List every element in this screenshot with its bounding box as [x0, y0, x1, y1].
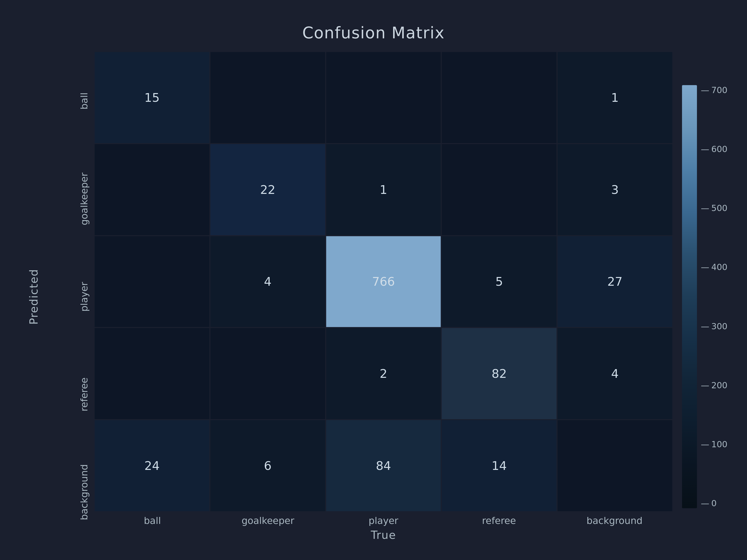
cell-1-2: 1 [326, 144, 441, 235]
y-tick-referee: referee [79, 352, 89, 437]
cell-1-0 [95, 144, 209, 235]
x-tick-goalkeeper: goalkeeper [210, 515, 326, 526]
colorbar-ticks: 700 600 500 400 300 200 100 0 [697, 85, 727, 508]
colorbar-tick-500: 500 [701, 203, 727, 213]
cell-1-4: 3 [558, 144, 672, 235]
colorbar-tick-700: 700 [701, 85, 727, 95]
cell-4-0: 24 [95, 420, 209, 511]
cell-2-0 [95, 236, 209, 327]
colorbar [682, 85, 697, 508]
cell-2-2: 766 [326, 236, 441, 327]
chart-container: Confusion Matrix Predicted ball goalkeep… [25, 19, 722, 541]
colorbar-tick-600: 600 [701, 144, 727, 154]
cell-2-4: 27 [558, 236, 672, 327]
y-tick-goalkeeper: goalkeeper [79, 157, 89, 241]
cell-2-1: 4 [210, 236, 325, 327]
cell-3-4: 4 [558, 328, 672, 419]
x-tick-referee: referee [441, 515, 557, 526]
x-tick-ball: ball [95, 515, 210, 526]
cell-3-3: 82 [442, 328, 557, 419]
cell-0-2 [326, 52, 441, 143]
chart-title: Confusion Matrix [302, 24, 445, 42]
y-tick-ball: ball [79, 59, 89, 143]
chart-body: Predicted ball goalkeeper player referee… [25, 52, 722, 541]
cell-1-3 [442, 144, 557, 235]
cell-3-2: 2 [326, 328, 441, 419]
cell-4-3: 14 [442, 420, 557, 511]
colorbar-wrapper: 700 600 500 400 300 200 100 0 [682, 85, 727, 508]
colorbar-tick-300: 300 [701, 321, 727, 331]
colorbar-tick-0: 0 [701, 498, 727, 508]
cell-2-3: 5 [442, 236, 557, 327]
cell-4-4 [558, 420, 672, 511]
cell-3-0 [95, 328, 209, 419]
colorbar-container: 700 600 500 400 300 200 100 0 [687, 52, 722, 541]
colorbar-tick-100: 100 [701, 439, 727, 449]
y-tick-player: player [79, 255, 89, 339]
cell-0-3 [442, 52, 557, 143]
cell-0-4: 1 [558, 52, 672, 143]
colorbar-tick-400: 400 [701, 262, 727, 272]
cell-4-2: 84 [326, 420, 441, 511]
y-axis-label-area: Predicted [25, 52, 45, 541]
y-tick-labels: ball goalkeeper player referee backgroun… [45, 52, 95, 541]
x-tick-labels: ball goalkeeper player referee backgroun… [95, 515, 672, 526]
y-axis-label: Predicted [27, 269, 40, 325]
cell-3-1 [210, 328, 325, 419]
cell-4-1: 6 [210, 420, 325, 511]
colorbar-tick-200: 200 [701, 380, 727, 390]
cell-1-1: 22 [210, 144, 325, 235]
x-tick-background: background [557, 515, 672, 526]
y-tick-background: background [79, 450, 89, 535]
x-tick-player: player [326, 515, 441, 526]
x-axis-label: True [95, 529, 672, 541]
cell-0-1 [210, 52, 325, 143]
matrix-and-x: 15 1 22 1 3 4 766 5 27 2 [95, 52, 672, 541]
matrix-grid: 15 1 22 1 3 4 766 5 27 2 [95, 52, 672, 511]
cell-0-0: 15 [95, 52, 209, 143]
